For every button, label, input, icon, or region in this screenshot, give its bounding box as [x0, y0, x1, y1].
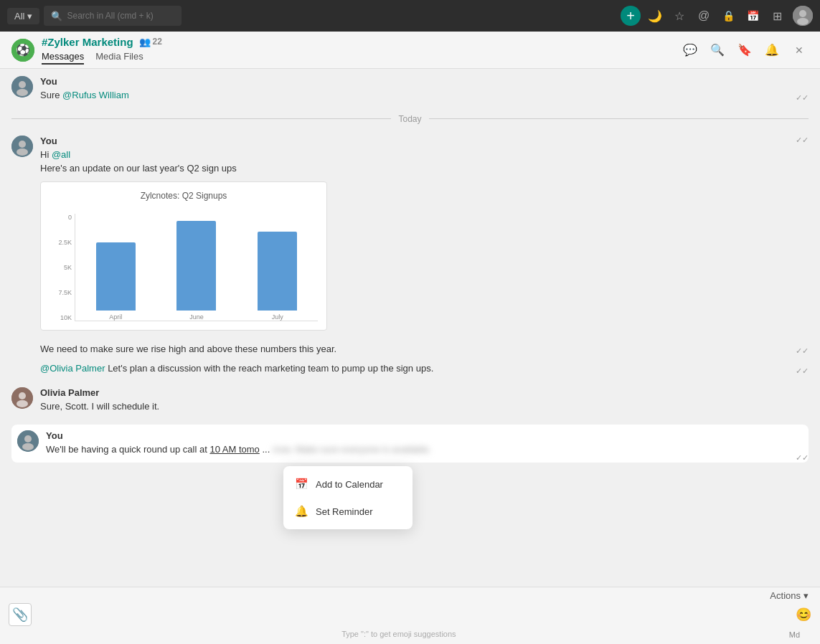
- message-input[interactable]: [37, 610, 790, 620]
- search-header-icon[interactable]: 🔍: [708, 41, 727, 60]
- today-divider: Today: [11, 114, 809, 124]
- chart-bar-april: April: [96, 242, 136, 321]
- calendar-menu-icon: 📅: [295, 478, 308, 491]
- input-hint: Type ":" to get emoji suggestions: [9, 628, 789, 641]
- star-icon[interactable]: ☆: [671, 7, 688, 24]
- avatar: [11, 76, 33, 98]
- bookmark-icon[interactable]: 🔖: [735, 41, 754, 60]
- svg-point-12: [19, 392, 26, 399]
- msg-text-2: Here's an update on our last year's Q2 s…: [40, 161, 809, 176]
- message-group: @Olivia Palmer Let's plan a discussion w…: [40, 361, 809, 376]
- chart-area: 10K 7.5K 5K 2.5K 0 April June: [50, 207, 318, 321]
- mention: @Olivia Palmer: [40, 363, 105, 374]
- chevron-down-icon: ▾: [803, 590, 809, 601]
- msg-sender: You: [46, 430, 803, 441]
- svg-point-9: [19, 141, 26, 148]
- msg-sender: You: [40, 136, 809, 146]
- message-group: We need to make sure we rise high and ab…: [40, 342, 809, 356]
- calendar-icon[interactable]: 📅: [744, 7, 761, 24]
- msg-content: Olivia Palmer Sure, Scott. I will schedu…: [40, 387, 809, 414]
- chart: Zylcnotes: Q2 Signups 10K 7.5K 5K 2.5K 0…: [40, 181, 327, 331]
- channel-name: #Zylker Marketing 👥 22: [42, 36, 162, 48]
- top-bar-left: All ▾ 🔍: [7, 6, 182, 26]
- svg-point-16: [22, 443, 34, 450]
- context-menu: 📅 Add to Calendar 🔔 Set Reminder: [283, 466, 413, 529]
- message-group: You We'll be having a quick round up cal…: [11, 425, 809, 463]
- channel-info: #Zylker Marketing 👥 22 Messages Media Fi…: [42, 36, 674, 65]
- avatar: [11, 387, 33, 409]
- paperclip-icon: 📎: [12, 607, 28, 622]
- msg-text: We need to make sure we rise high and ab…: [40, 342, 809, 356]
- reminder-menu-icon: 🔔: [295, 505, 308, 518]
- close-icon[interactable]: ✕: [790, 41, 809, 60]
- read-tick: ✓✓: [796, 93, 809, 103]
- svg-point-2: [797, 18, 809, 25]
- avatar: [11, 136, 33, 157]
- svg-point-6: [19, 81, 26, 88]
- chevron-down-icon: ▾: [27, 11, 32, 22]
- avatar[interactable]: [793, 6, 813, 26]
- channel-header-right: 💬 🔍 🔖 🔔 ✕: [681, 41, 809, 60]
- all-dropdown[interactable]: All ▾: [7, 8, 39, 24]
- msg-content: You Sure @Rufus William: [40, 76, 809, 103]
- read-tick: ✓✓: [796, 346, 809, 356]
- add-to-calendar-item[interactable]: 📅 Add to Calendar: [283, 470, 413, 498]
- message-group: Olivia Palmer Sure, Scott. I will schedu…: [11, 387, 809, 414]
- channel-avatar: ⚽: [11, 39, 34, 62]
- read-tick: ✓✓: [796, 453, 809, 463]
- msg-content: You Hi @all Here's an update on our last…: [40, 136, 809, 336]
- svg-point-13: [17, 400, 28, 407]
- msg-content: We need to make sure we rise high and ab…: [40, 342, 809, 356]
- msg-text: @Olivia Palmer Let's plan a discussion w…: [40, 361, 809, 376]
- attach-button[interactable]: 📎: [9, 603, 32, 626]
- add-button[interactable]: +: [621, 6, 641, 26]
- msg-sender: You: [40, 76, 809, 87]
- svg-point-7: [17, 89, 28, 96]
- msg-text: Hi @all: [40, 148, 809, 162]
- actions-bar: Actions ▾: [0, 587, 820, 601]
- avatar: [17, 430, 39, 452]
- channel-header: ⚽ #Zylker Marketing 👥 22 Messages Media …: [0, 32, 820, 69]
- chart-title: Zylcnotes: Q2 Signups: [50, 191, 318, 201]
- msg-content: You We'll be having a quick round up cal…: [46, 430, 803, 457]
- msg-text: Sure @Rufus William: [40, 88, 809, 103]
- search-bar: 🔍: [44, 6, 182, 26]
- at-icon[interactable]: @: [695, 7, 712, 24]
- msg-text: We'll be having a quick round up call at…: [46, 442, 803, 457]
- emoji-button[interactable]: 😊: [796, 607, 811, 622]
- chart-bars: April June July: [75, 214, 318, 321]
- read-tick: ✓✓: [796, 136, 809, 145]
- chart-bar-june: June: [176, 221, 216, 321]
- read-tick: ✓✓: [796, 366, 809, 376]
- mention: @Rufus William: [62, 90, 129, 100]
- top-bar: All ▾ 🔍 + 🌙 ☆ @ 🔒 📅 ⊞: [0, 0, 820, 32]
- bar-april: [96, 242, 136, 311]
- search-input[interactable]: [67, 11, 174, 21]
- channel-tabs: Messages Media Files: [42, 49, 674, 65]
- time-mention: 10 AM tomo: [209, 444, 259, 455]
- msg-content: @Olivia Palmer Let's plan a discussion w…: [40, 361, 809, 376]
- input-row: 📎 😊: [0, 601, 820, 628]
- member-count: 👥 22: [139, 37, 162, 47]
- mention: @all: [52, 149, 70, 160]
- comment-icon[interactable]: 💬: [681, 41, 699, 60]
- bell-icon[interactable]: 🔔: [763, 41, 781, 60]
- msg-sender: Olivia Palmer: [40, 387, 809, 398]
- grid-icon[interactable]: ⊞: [768, 7, 786, 24]
- bar-june: [176, 221, 216, 311]
- set-reminder-item[interactable]: 🔔 Set Reminder: [283, 498, 413, 525]
- lock-icon[interactable]: 🔒: [720, 7, 737, 24]
- moon-icon[interactable]: 🌙: [646, 7, 664, 24]
- blurred-text: rrow. Make sure everyone is available.: [273, 442, 431, 457]
- chart-bar-july: July: [258, 232, 297, 321]
- bottom-area: Actions ▾ 📎 😊 Type ":" to get emoji sugg…: [0, 587, 820, 644]
- search-icon: 🔍: [51, 11, 62, 22]
- actions-button[interactable]: Actions ▾: [770, 590, 809, 601]
- tab-messages[interactable]: Messages: [42, 49, 84, 65]
- svg-point-10: [17, 148, 28, 156]
- md-button[interactable]: Md: [789, 630, 811, 639]
- tab-media-files[interactable]: Media Files: [95, 49, 143, 65]
- chart-y-labels: 10K 7.5K 5K 2.5K 0: [50, 214, 75, 321]
- svg-point-15: [24, 435, 32, 442]
- msg-text: Sure, Scott. I will schedule it.: [40, 399, 809, 414]
